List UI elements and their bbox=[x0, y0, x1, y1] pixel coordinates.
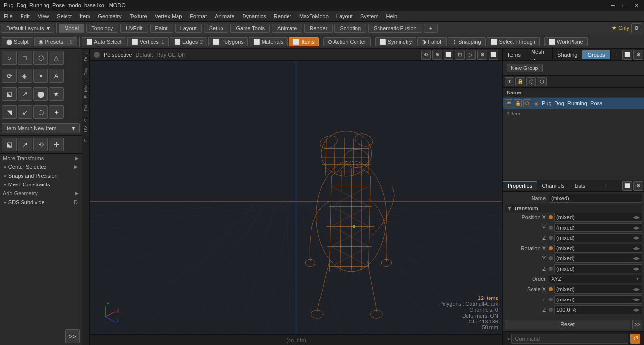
rotation-z-dot[interactable] bbox=[549, 267, 553, 271]
tab-mesh[interactable]: Mesh ... bbox=[526, 47, 553, 62]
mesh-constraints-button[interactable]: ● Mesh Constraints bbox=[0, 180, 82, 189]
groups-vis-icon[interactable]: 👁 bbox=[505, 77, 514, 86]
settings-icon[interactable]: ⚙ bbox=[477, 50, 487, 60]
prop-order-value[interactable]: XYZ ▼ bbox=[549, 275, 642, 283]
menu-vertex-map[interactable]: Vertex Map bbox=[151, 12, 186, 20]
menu-help[interactable]: Help bbox=[382, 12, 401, 20]
symmetry-button[interactable]: ⬜ Symmetry bbox=[375, 37, 417, 46]
reset-button[interactable]: Reset bbox=[505, 320, 630, 329]
prop-position-x-value[interactable]: (mixed) ◀▶ bbox=[554, 213, 642, 222]
prop-scale-x-value[interactable]: (mixed) ◀▶ bbox=[554, 285, 642, 294]
tab-model[interactable]: Model bbox=[59, 24, 84, 33]
auto-select-button[interactable]: ⬜ Auto Select bbox=[82, 37, 126, 46]
move-tool-icon[interactable]: ⬕ bbox=[2, 87, 17, 101]
right-panel-expand-icon[interactable]: ⬜ bbox=[622, 50, 632, 60]
prop-name-value[interactable]: (mixed) bbox=[549, 194, 642, 203]
add-tab-button[interactable]: + bbox=[611, 51, 622, 59]
add-geometry-header[interactable]: Add Geometry ▶ bbox=[0, 189, 82, 198]
menu-format[interactable]: Format bbox=[186, 12, 211, 20]
rotate2-tool-icon[interactable]: ⟲ bbox=[33, 138, 48, 151]
tab-render[interactable]: Render bbox=[304, 24, 333, 33]
group-item[interactable]: 👁 🔒 ⬡ ◉ Pug_Dog_Running_Pose bbox=[503, 98, 644, 109]
tab-groups[interactable]: Groups bbox=[582, 50, 610, 59]
action-center-button[interactable]: ⊕ Action Center bbox=[323, 37, 370, 46]
tab-uvedit[interactable]: UVEdit bbox=[120, 24, 148, 33]
scale-z-dot[interactable] bbox=[549, 308, 553, 312]
menu-maxtomodo[interactable]: MaxToModo bbox=[295, 12, 333, 20]
tab-topology[interactable]: Topology bbox=[86, 24, 118, 33]
expand-left-button[interactable]: >> bbox=[65, 329, 80, 343]
prop-add-tab-button[interactable]: + bbox=[600, 182, 611, 190]
prop-tab-properties[interactable]: Properties bbox=[503, 181, 537, 190]
star-tool-icon[interactable]: ★ bbox=[49, 87, 64, 101]
falloff-button[interactable]: ◑ Falloff bbox=[417, 37, 447, 46]
scale2-tool-icon[interactable]: ↗ bbox=[18, 138, 32, 151]
tab-animate[interactable]: Animate bbox=[272, 24, 302, 33]
prop-scale-z-value[interactable]: 100.0 % ◀▶ bbox=[554, 305, 642, 314]
prop-tab-channels[interactable]: Channels bbox=[537, 182, 569, 190]
menu-texture[interactable]: Texture bbox=[126, 12, 151, 20]
camera-icon[interactable]: ⊡ bbox=[455, 50, 465, 60]
sculpt-button[interactable]: ⬤ Sculpt bbox=[2, 37, 33, 46]
scale-x-dot[interactable] bbox=[549, 287, 553, 291]
groups-expand-icon[interactable]: ⬡ bbox=[526, 77, 536, 86]
rotation-x-dot[interactable] bbox=[549, 246, 553, 250]
tab-scripting[interactable]: Scripting bbox=[334, 24, 366, 33]
hex2-tool-icon[interactable]: ⬡ bbox=[33, 105, 48, 119]
sds-subdivide-button[interactable]: ● SDS Subdivide D bbox=[0, 198, 82, 207]
menu-animate[interactable]: Animate bbox=[211, 12, 238, 20]
select-through-button[interactable]: ⬜ Select Through bbox=[487, 37, 540, 46]
zoom-icon[interactable]: ⊕ bbox=[432, 50, 442, 60]
props-expand-icon[interactable]: ⬜ bbox=[622, 181, 632, 191]
workplane-button[interactable]: ⬜ WorkPlane bbox=[544, 37, 588, 46]
maximize-button[interactable]: □ bbox=[621, 2, 628, 9]
prop-tab-lists[interactable]: Lists bbox=[570, 182, 591, 190]
menu-render[interactable]: Render bbox=[270, 12, 295, 20]
settings-gear-icon[interactable]: ⚙ bbox=[631, 23, 641, 33]
menu-file[interactable]: File bbox=[0, 12, 17, 20]
prop-rotation-x-value[interactable]: (mixed) ◀▶ bbox=[554, 244, 642, 253]
more-transforms-header[interactable]: More Transforms ▶ bbox=[0, 154, 82, 162]
right-panel-settings-icon[interactable]: ⚙ bbox=[633, 50, 643, 60]
groups-collapse-icon[interactable]: ⬡ bbox=[537, 77, 547, 86]
center-selected-button[interactable]: ● Center Selected ▶ bbox=[0, 162, 82, 171]
groups-lock-icon[interactable]: 🔒 bbox=[515, 77, 525, 86]
menu-system[interactable]: System bbox=[356, 12, 382, 20]
tab-layout[interactable]: Layout bbox=[175, 24, 202, 33]
scale-y-dot[interactable] bbox=[549, 298, 553, 301]
group-mesh-toggle[interactable]: ⬡ bbox=[523, 99, 531, 107]
layout-dropdown[interactable]: Default Layouts ▼ bbox=[1, 24, 54, 33]
group-visibility-toggle[interactable]: 👁 bbox=[505, 99, 512, 107]
snapping-button[interactable]: ⊹ Snapping bbox=[448, 37, 486, 46]
menu-geometry[interactable]: Geometry bbox=[94, 12, 125, 20]
arrow-down-tool-icon[interactable]: ↙ bbox=[18, 105, 32, 119]
edges-button[interactable]: ⬜ Edges 2 bbox=[170, 37, 207, 46]
cube-tool-icon[interactable]: □ bbox=[18, 51, 32, 65]
menu-view[interactable]: View bbox=[34, 12, 53, 20]
prop-scale-y-value[interactable]: (mixed) ◀▶ bbox=[554, 295, 642, 304]
position-y-dot[interactable] bbox=[549, 226, 553, 230]
minimize-button[interactable]: ─ bbox=[609, 2, 617, 9]
cone-tool-icon[interactable]: △ bbox=[49, 51, 64, 65]
rotation-y-dot[interactable] bbox=[549, 256, 553, 260]
prop-position-z-value[interactable]: (mixed) ◀▶ bbox=[554, 233, 642, 242]
tab-setup[interactable]: Setup bbox=[204, 24, 229, 33]
menu-select[interactable]: Select bbox=[53, 12, 76, 20]
item-menu-button[interactable]: Item Menu: New Item ▼ bbox=[2, 123, 80, 133]
transform-section-header[interactable]: ▼ Transform bbox=[505, 204, 642, 213]
items-button[interactable]: ⬜ Items bbox=[289, 37, 319, 46]
transform-tool-icon[interactable]: ✢ bbox=[49, 138, 64, 151]
tab-shading[interactable]: Shading bbox=[553, 50, 582, 59]
text-tool-icon[interactable]: A bbox=[49, 69, 64, 83]
new-group-button[interactable]: New Group bbox=[507, 64, 543, 72]
snaps-precision-button[interactable]: ● Snaps and Precision bbox=[0, 171, 82, 180]
group-lock-toggle[interactable]: 🔒 bbox=[514, 99, 522, 107]
hex-tool-icon[interactable]: ⬡ bbox=[33, 51, 48, 65]
position-z-dot[interactable] bbox=[549, 236, 553, 240]
menu-dynamics[interactable]: Dynamics bbox=[239, 12, 270, 20]
prop-rotation-z-value[interactable]: (mixed) ◀▶ bbox=[554, 264, 642, 273]
props-settings-icon[interactable]: ⚙ bbox=[633, 181, 643, 191]
menu-layout[interactable]: Layout bbox=[333, 12, 356, 20]
vertices-button[interactable]: ⬜ Vertices 1 bbox=[127, 37, 169, 46]
tab-items[interactable]: Items bbox=[503, 50, 526, 59]
